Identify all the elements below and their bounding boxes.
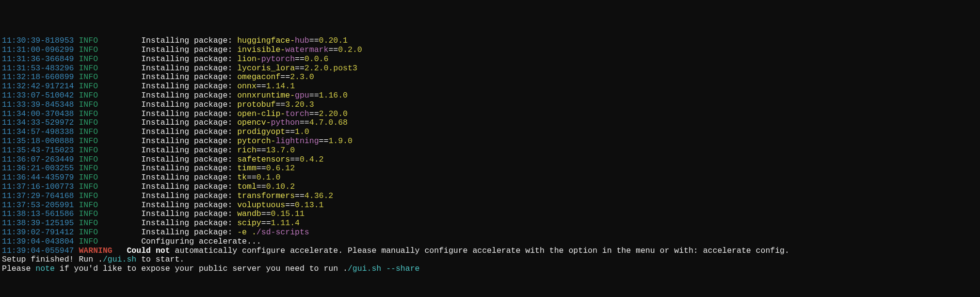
package-suffix: torch (285, 109, 309, 118)
log-line: 11:37:29-764168 INFO Installing package:… (2, 192, 978, 201)
equals: == (275, 100, 285, 109)
timestamp: 11:38:13-561586 (2, 209, 74, 218)
log-line: 11:39:02-791412 INFO Installing package:… (2, 228, 978, 237)
equals: == (295, 64, 305, 73)
equals: == (261, 218, 271, 228)
log-level: INFO (79, 127, 117, 136)
log-line: 11:33:07-510042 INFO Installing package:… (2, 91, 978, 100)
timestamp: 11:31:53-483296 (2, 64, 74, 73)
package-suffix: pytorch (261, 54, 295, 64)
log-line: 11:36:21-003255 INFO Installing package:… (2, 164, 978, 173)
footer-text: if you'd like to expose your public serv… (55, 264, 348, 273)
package-name: prodigyopt (237, 127, 285, 136)
log-level: INFO (79, 36, 117, 45)
footer-text: Setup finished! Run . (2, 255, 103, 264)
package-name: open-clip- (237, 109, 285, 118)
log-level: INFO (79, 164, 117, 173)
package-version: 4.36.2 (305, 191, 333, 200)
timestamp: 11:33:07-510042 (2, 91, 74, 100)
package-version: 2.3.0 (290, 72, 314, 82)
log-text: Installing package: (141, 155, 237, 164)
log-text: Installing package: (141, 64, 237, 73)
equals: == (309, 91, 319, 100)
log-text: Installing package: (141, 54, 237, 64)
indent (117, 246, 127, 255)
package-version: 0.10.2 (266, 182, 295, 191)
package-version: 0.13.1 (295, 200, 323, 210)
log-level: INFO (79, 173, 117, 182)
footer-text: to start. (136, 255, 184, 264)
indent (117, 209, 142, 218)
log-line: 11:30:39-818953 INFO Installing package:… (2, 36, 978, 46)
timestamp: 11:36:21-003255 (2, 164, 74, 173)
log-line: 11:36:44-435979 INFO Installing package:… (2, 173, 978, 182)
timestamp: 11:36:44-435979 (2, 173, 74, 182)
log-text: Installing package: (141, 146, 237, 155)
indent (117, 200, 142, 210)
equals: == (309, 36, 319, 45)
log-line: 11:37:53-205991 INFO Installing package:… (2, 201, 978, 210)
log-level: INFO (79, 182, 117, 191)
package-name: timm (237, 164, 257, 173)
timestamp: 11:35:18-000888 (2, 136, 74, 146)
log-level: INFO (79, 54, 117, 64)
package-name: opencv- (237, 118, 271, 127)
log-line: 11:32:18-660899 INFO Installing package:… (2, 73, 978, 82)
footer-line: Please note if you'd like to expose your… (2, 264, 978, 274)
log-line: 11:38:13-561586 INFO Installing package:… (2, 210, 978, 219)
package-name: invisible- (237, 45, 285, 54)
footer-text (381, 264, 386, 273)
indent (117, 191, 142, 200)
log-line: 11:34:00-370438 INFO Installing package:… (2, 110, 978, 119)
equals: == (295, 54, 305, 64)
log-text: Installing package: (141, 36, 237, 45)
log-text: Installing package: (141, 45, 237, 54)
log-level: INFO (79, 218, 117, 228)
indent (117, 109, 142, 118)
log-level: INFO (79, 72, 117, 82)
equals: == (247, 173, 257, 182)
equals: == (257, 146, 266, 155)
timestamp: 11:37:29-764168 (2, 191, 74, 200)
footer-command: /gui.sh (103, 255, 136, 264)
indent (117, 82, 142, 91)
log-line: 11:38:39-125195 INFO Installing package:… (2, 219, 978, 228)
equals: == (257, 182, 266, 191)
package-version: 0.15.11 (271, 209, 305, 218)
indent (117, 64, 142, 73)
package-name: lycoris_lora (237, 64, 295, 73)
log-line: 11:35:18-000888 INFO Installing package:… (2, 137, 978, 146)
indent (117, 218, 142, 228)
equals: == (295, 191, 305, 200)
log-level: INFO (79, 136, 117, 146)
package-suffix: lightning (275, 136, 319, 146)
equals: == (285, 200, 295, 210)
package-name: lion- (237, 54, 261, 64)
package-name: tk (237, 173, 247, 182)
package-version: 1.16.0 (319, 91, 348, 100)
footer-flag: --share (386, 264, 419, 273)
timestamp: 11:39:04-043804 (2, 237, 74, 246)
timestamp: 11:31:36-366849 (2, 54, 74, 64)
equals: == (300, 118, 309, 127)
log-level: INFO (79, 155, 117, 164)
package-suffix: python (271, 118, 300, 127)
indent (117, 54, 142, 64)
package-name: onnx (237, 82, 257, 91)
package-version: 1.14.1 (266, 82, 295, 91)
indent (117, 127, 142, 136)
package-name: safetensors (237, 155, 290, 164)
log-line: 11:35:43-715023 INFO Installing package:… (2, 146, 978, 155)
timestamp: 11:32:42-917214 (2, 82, 74, 91)
package-version: 0.0.6 (305, 54, 329, 64)
package-name: voluptuous (237, 200, 285, 210)
indent (117, 164, 142, 173)
package-suffix: hub (295, 36, 309, 45)
package-name: pytorch- (237, 136, 275, 146)
log-level: INFO (79, 82, 117, 91)
log-text: Installing package: (141, 136, 237, 146)
package-version: 1.9.0 (328, 136, 353, 146)
warning-text: automatically configure accelerate. Plea… (170, 246, 789, 255)
log-line: 11:37:16-100773 INFO Installing package:… (2, 182, 978, 192)
terminal-output: 11:30:39-818953 INFO Installing package:… (0, 36, 980, 274)
